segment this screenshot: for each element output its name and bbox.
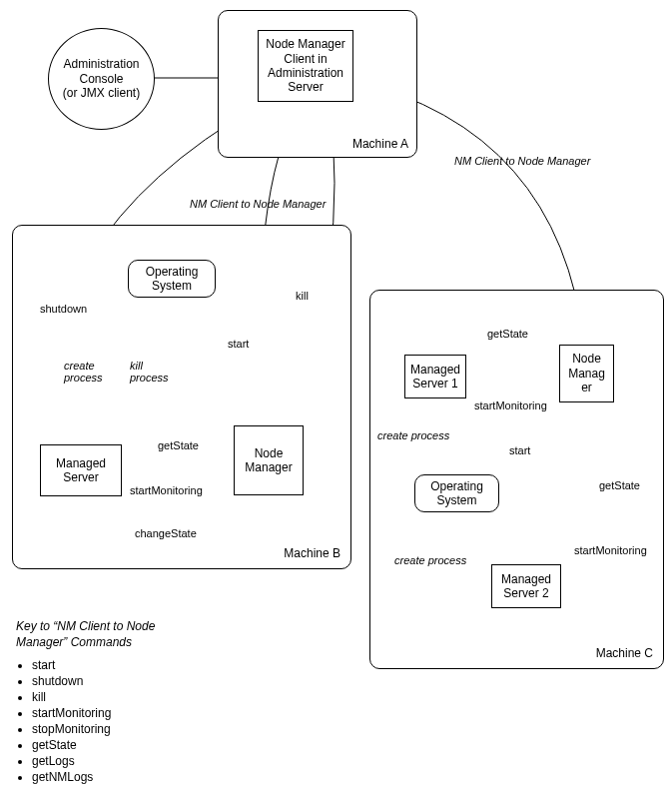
key-item: getNMLogs — [32, 770, 216, 784]
edge-start-b: start — [228, 338, 249, 350]
key-item: stopMonitoring — [32, 722, 216, 736]
edge-getstate-c2: getState — [599, 479, 640, 491]
machine-b-os: Operating System — [128, 260, 216, 298]
key-item: kill — [32, 690, 216, 704]
machine-c-ms1-label: Managed Server 1 — [410, 363, 460, 392]
machine-b-ms-label: Managed Server — [56, 456, 106, 485]
edge-create-process-c2: create process — [394, 554, 466, 566]
machine-c-node-manager: Node Manag er — [559, 345, 614, 402]
key-item: start — [32, 658, 216, 672]
edge-create-process-c1: create process — [377, 429, 449, 441]
edge-changestate: changeState — [135, 527, 197, 539]
machine-b-node-manager: Node Manager — [234, 425, 304, 495]
edge-kill: kill — [296, 290, 309, 302]
edge-kill-process: kill process — [130, 360, 169, 384]
edge-start-c: start — [509, 444, 530, 456]
machine-c-nm-label: Node Manag er — [568, 352, 605, 394]
key-block: Key to “NM Client to Node Manager” Comma… — [16, 619, 216, 787]
key-item: startMonitoring — [32, 706, 216, 720]
nm-client-box: Node Manager Client in Administration Se… — [258, 30, 353, 102]
machine-b-label: Machine B — [284, 546, 340, 560]
machine-a-label: Machine A — [352, 137, 408, 151]
machine-c-label: Machine C — [596, 646, 653, 660]
machine-b-managed-server: Managed Server — [40, 444, 122, 496]
edge-getstate-c1: getState — [487, 328, 528, 340]
nm-client-label: Node Manager Client in Administration Se… — [266, 37, 344, 95]
edge-nm-to-nm-left: NM Client to Node Manager — [190, 198, 326, 210]
key-item: getState — [32, 738, 216, 752]
machine-b-os-label: Operating System — [146, 265, 199, 294]
edge-create-process-b: create process — [64, 360, 103, 384]
edge-getstate-b: getState — [158, 439, 199, 451]
machine-b-nm-label: Node Manager — [245, 446, 292, 475]
key-list: start shutdown kill startMonitoring stop… — [16, 658, 216, 787]
admin-console: Administration Console (or JMX client) — [48, 28, 155, 130]
diagram-canvas: Administration Console (or JMX client) M… — [0, 0, 672, 787]
edge-startmon-c2: startMonitoring — [574, 544, 647, 556]
machine-c-os: Operating System — [414, 474, 499, 512]
key-item: shutdown — [32, 674, 216, 688]
machine-c-ms1: Managed Server 1 — [404, 355, 466, 398]
key-title: Key to “NM Client to Node Manager” Comma… — [16, 619, 216, 650]
admin-console-label: Administration Console (or JMX client) — [63, 57, 140, 100]
edge-startmon-c1: startMonitoring — [474, 399, 547, 411]
edge-startmon-b: startMonitoring — [130, 484, 203, 496]
edge-shutdown: shutdown — [40, 303, 87, 315]
machine-c-os-label: Operating System — [430, 479, 483, 508]
edge-nm-to-nm-right: NM Client to Node Manager — [454, 155, 590, 167]
machine-c-ms2: Managed Server 2 — [491, 564, 561, 608]
key-item: getLogs — [32, 754, 216, 768]
machine-c-ms2-label: Managed Server 2 — [501, 572, 551, 601]
